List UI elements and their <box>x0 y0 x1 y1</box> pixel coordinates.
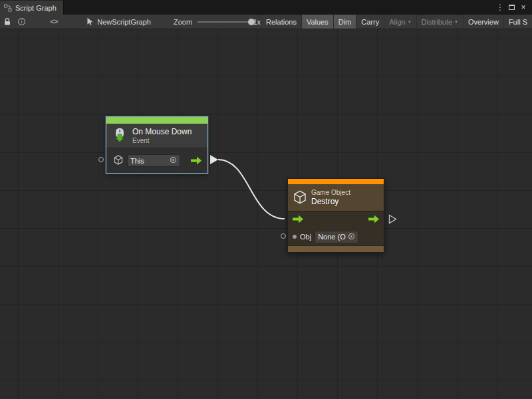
node-destroy[interactable]: Game Object Destroy Obj None (O <box>287 178 384 253</box>
flow-row <box>288 211 384 228</box>
zoom-slider[interactable] <box>198 15 249 29</box>
graph-name[interactable]: NewScriptGraph <box>86 17 151 27</box>
value-port-dot[interactable] <box>293 235 297 239</box>
mouse-down-icon <box>112 127 128 144</box>
tabbar-controls: ⋮ × <box>495 0 532 15</box>
connection-wire <box>0 29 532 399</box>
node-header-text: Game Object Destroy <box>311 189 350 206</box>
object-picker-icon[interactable] <box>348 233 355 241</box>
obj-param-label: Obj <box>300 233 311 241</box>
node-subtitle: Event <box>132 137 192 144</box>
graph-cursor-icon <box>86 17 94 27</box>
flow-continue-icon[interactable] <box>388 214 397 227</box>
zoom-label: Zoom <box>174 18 192 26</box>
node-header[interactable]: On Mouse Down Event <box>106 124 207 148</box>
graph-canvas[interactable]: On Mouse Down Event This <box>0 29 532 399</box>
close-icon[interactable]: × <box>519 3 528 11</box>
obj-field[interactable]: None (O <box>315 231 358 243</box>
node-category: Game Object <box>311 189 350 196</box>
cube-icon <box>114 155 123 166</box>
info-glyph: i <box>18 18 25 25</box>
tab-title: Script Graph <box>15 4 57 12</box>
zoom-track <box>198 21 249 23</box>
node-title: Destroy <box>311 197 350 206</box>
tab-script-graph[interactable]: Script Graph <box>0 0 64 15</box>
graph-name-label: NewScriptGraph <box>97 18 151 26</box>
destroy-obj-port[interactable] <box>281 233 286 239</box>
edit-script-icon[interactable]: <> <box>45 15 63 29</box>
flow-output-port[interactable] <box>190 156 202 165</box>
event-target-port[interactable] <box>98 157 104 162</box>
dim-button[interactable]: Dim <box>333 15 356 29</box>
script-graph-icon <box>4 4 12 12</box>
node-header[interactable]: Game Object Destroy <box>288 184 384 211</box>
align-label: Align <box>389 18 405 26</box>
lock-icon[interactable] <box>1 15 13 29</box>
chevron-down-icon: ▼ <box>454 20 458 24</box>
distribute-label: Distribute <box>422 18 452 26</box>
fullscreen-button[interactable]: Full S <box>503 15 532 29</box>
tab-bar: Script Graph ⋮ × <box>0 0 532 15</box>
menu-icon[interactable]: ⋮ <box>495 3 505 11</box>
carry-button[interactable]: Carry <box>356 15 384 29</box>
node-header-text: On Mouse Down Event <box>132 127 192 144</box>
maximize-icon[interactable] <box>509 5 515 10</box>
object-picker-icon[interactable] <box>170 156 177 165</box>
node-title: On Mouse Down <box>132 127 192 136</box>
flow-output-port[interactable] <box>368 215 380 225</box>
zoom-knob[interactable] <box>248 19 255 25</box>
node-accent-bar <box>288 179 384 184</box>
obj-field-value: None (O <box>318 233 346 241</box>
values-button[interactable]: Values <box>301 15 333 29</box>
node-footer-bar <box>288 245 384 252</box>
obj-param-row: Obj None (O <box>288 228 384 245</box>
relations-button[interactable]: Relations <box>261 15 301 29</box>
toolbar-buttons: Relations Values Dim Carry Align ▼ Distr… <box>261 15 532 29</box>
flow-input-port[interactable] <box>292 215 304 225</box>
target-field[interactable]: This <box>127 154 180 167</box>
node-on-mouse-down[interactable]: On Mouse Down Event This <box>106 117 207 173</box>
target-field-value: This <box>130 157 144 165</box>
overview-button[interactable]: Overview <box>463 15 503 29</box>
distribute-button[interactable]: Distribute ▼ <box>416 15 463 29</box>
toolbar: i <> NewScriptGraph Zoom 1x Relations Va… <box>0 15 532 29</box>
info-icon[interactable]: i <box>16 15 28 29</box>
align-button[interactable]: Align ▼ <box>384 15 416 29</box>
cube-icon <box>293 190 307 205</box>
chevron-down-icon: ▼ <box>408 20 412 24</box>
node-body: This <box>106 148 207 173</box>
node-accent-bar <box>106 117 207 124</box>
